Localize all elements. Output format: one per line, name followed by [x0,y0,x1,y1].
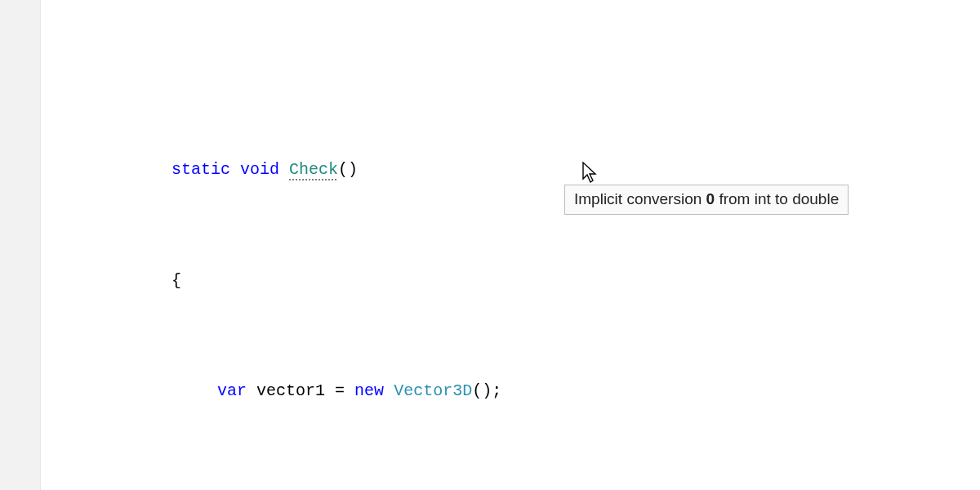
code-line[interactable]: { [172,267,980,295]
method-name-check[interactable]: Check [289,160,338,179]
code-editor[interactable]: static void Check() { var vector1 = new … [41,0,980,490]
tooltip-value: 0 [706,190,715,207]
keyword-void: void [240,160,279,179]
editor-gutter [0,0,41,490]
semicolon: ; [492,381,501,400]
keyword-new: new [354,381,384,400]
code-line[interactable]: var vector1 = new Vector3D(); [172,377,980,405]
tooltip-suffix: from int to double [715,190,839,207]
hover-tooltip: Implicit conversion 0 from int to double [564,185,849,215]
operator-equals: = [335,381,345,400]
brace-open: { [172,271,181,290]
tooltip-prefix: Implicit conversion [574,190,706,207]
parens: () [472,381,492,400]
keyword-var: var [217,381,247,400]
code-line[interactable]: static void Check() [172,156,980,184]
identifier-vector1: vector1 [256,381,325,400]
parens: () [338,160,358,179]
type-vector3d: Vector3D [394,381,472,400]
keyword-static: static [172,160,230,179]
